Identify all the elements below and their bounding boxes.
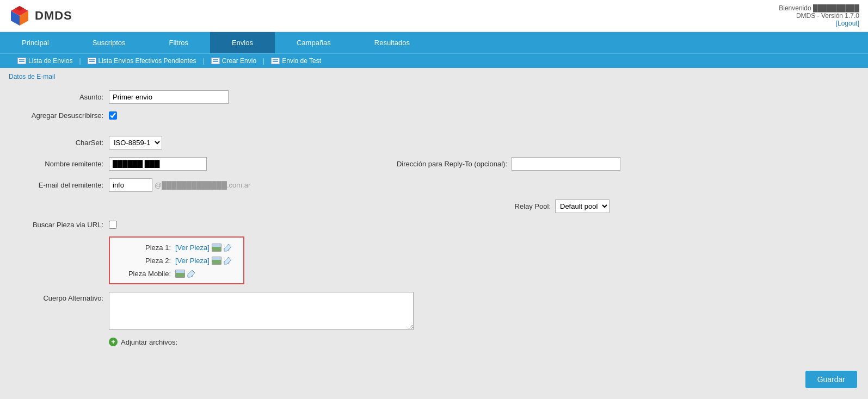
direccion-reply-input[interactable] — [512, 157, 620, 171]
nombre-left: Nombre remitente: — [11, 157, 207, 171]
pieza-mobile-edit-icon[interactable] — [187, 269, 196, 278]
pieza-mobile-photo-icon[interactable] — [175, 270, 185, 278]
main-nav: Principal Suscriptos Filtros Envios Camp… — [0, 32, 868, 53]
sub-lista-envios[interactable]: Lista de Envios — [11, 57, 79, 65]
form-section: Asunto: Agregar Desuscribirse: CharSet: … — [11, 90, 664, 346]
welcome-text: Bienvenido — [779, 4, 811, 12]
pieza1-row: Pieza 1: [Ver Pieza] — [121, 243, 232, 252]
agregar-desuscribirse-row: Agregar Desuscribirse: — [11, 111, 664, 120]
email-remitente-label: E-mail del remitente: — [11, 181, 109, 189]
pieza1-edit-icon[interactable] — [224, 243, 232, 252]
adjuntar-row: + Adjuntar archivos: — [11, 338, 664, 346]
pieza-mobile-label: Pieza Mobile: — [121, 270, 175, 278]
pieza2-photo-icon[interactable] — [212, 257, 221, 265]
svg-marker-6 — [224, 244, 231, 251]
nombre-right: Dirección para Reply-To (opcional): — [397, 157, 664, 171]
adjuntar-label: Adjuntar archivos: — [121, 338, 177, 346]
envelope-icon — [17, 58, 26, 64]
asunto-row: Asunto: — [11, 90, 664, 104]
attach-plus-icon[interactable]: + — [109, 338, 118, 346]
envelope-icon-4 — [271, 58, 280, 64]
cuerpo-alternativo-textarea[interactable] — [109, 292, 414, 330]
cuerpo-alternativo-row: Cuerpo Alternativo: — [11, 292, 664, 330]
sub-crear-envio[interactable]: Crear Envio — [205, 57, 263, 65]
relay-pool-select[interactable]: Default pool — [555, 200, 610, 213]
direccion-reply-label: Dirección para Reply-To (opcional): — [397, 160, 512, 168]
envelope-icon-3 — [211, 58, 220, 64]
email-domain: @█████████████.com.ar — [155, 181, 250, 189]
cuerpo-alternativo-label: Cuerpo Alternativo: — [11, 292, 109, 302]
agregar-desuscribirse-label: Agregar Desuscribirse: — [11, 111, 109, 120]
pieza-mobile-row: Pieza Mobile: — [121, 269, 232, 278]
attach-section: + Adjuntar archivos: — [109, 338, 177, 346]
agregar-desuscribirse-checkbox[interactable] — [109, 111, 117, 120]
logo: DMDS — [9, 5, 72, 27]
piezas-section-row: Pieza 1: [Ver Pieza] Pieza 2: — [11, 236, 664, 284]
pieza1-photo-icon[interactable] — [212, 244, 221, 252]
sub-nav: Lista de Envios | Lista Envios Efectivos… — [0, 53, 868, 68]
buscar-pieza-checkbox[interactable] — [109, 221, 117, 229]
piezas-box: Pieza 1: [Ver Pieza] Pieza 2: — [109, 236, 244, 284]
username: ██████████ — [813, 4, 859, 12]
pieza1-ver-link[interactable]: [Ver Pieza] — [175, 244, 210, 252]
header: DMDS Bienvenido ██████████ DMDS - Versió… — [0, 0, 868, 32]
pieza2-label: Pieza 2: — [121, 257, 175, 265]
charset-select[interactable]: ISO-8859-1 UTF-8 — [109, 136, 162, 149]
logout-link[interactable]: [Logout] — [836, 20, 859, 27]
relay-pool-label: Relay Pool: — [515, 202, 551, 210]
charset-row: CharSet: ISO-8859-1 UTF-8 — [11, 136, 664, 149]
asunto-label: Asunto: — [11, 93, 109, 101]
logo-text: DMDS — [35, 9, 72, 23]
buscar-pieza-row: Buscar Pieza via URL: — [11, 221, 664, 229]
charset-label: CharSet: — [11, 139, 109, 147]
logo-icon — [9, 5, 30, 27]
version-text: DMDS - Versión 1.7.0 — [796, 12, 859, 20]
svg-marker-9 — [224, 257, 231, 264]
breadcrumb-link[interactable]: Datos de E-mail — [9, 73, 55, 80]
nombre-remitente-input[interactable] — [109, 157, 207, 171]
svg-marker-12 — [188, 270, 195, 277]
nav-envios[interactable]: Envios — [210, 32, 275, 53]
sub-envio-test[interactable]: Envio de Test — [264, 57, 328, 65]
nombre-remitente-label: Nombre remitente: — [11, 160, 109, 168]
pieza1-label: Pieza 1: — [121, 244, 175, 252]
main-content: Asunto: Agregar Desuscribirse: CharSet: … — [0, 85, 868, 399]
pieza2-edit-icon[interactable] — [224, 256, 232, 265]
nav-filtros[interactable]: Filtros — [147, 32, 210, 53]
pieza2-row: Pieza 2: [Ver Pieza] — [121, 256, 232, 265]
sub-lista-efectivos[interactable]: Lista Envios Efectivos Pendientes — [81, 57, 203, 65]
nav-suscriptos[interactable]: Suscriptos — [71, 32, 147, 53]
guardar-button[interactable]: Guardar — [805, 371, 857, 388]
email-remitente-row: E-mail del remitente: @█████████████.com… — [11, 178, 664, 192]
nombre-remitente-row: Nombre remitente: Dirección para Reply-T… — [11, 157, 664, 171]
asunto-input[interactable] — [109, 90, 229, 104]
header-right: Bienvenido ██████████ DMDS - Versión 1.7… — [779, 4, 859, 27]
relay-pool-row: Relay Pool: Default pool — [11, 200, 664, 213]
pieza2-ver-link[interactable]: [Ver Pieza] — [175, 257, 210, 265]
nav-campanas[interactable]: Campañas — [275, 32, 353, 53]
nav-resultados[interactable]: Resultados — [353, 32, 432, 53]
email-remitente-prefix-input[interactable] — [109, 178, 152, 192]
envelope-icon-2 — [88, 58, 96, 64]
nav-principal[interactable]: Principal — [0, 32, 71, 53]
breadcrumb: Datos de E-mail — [0, 68, 868, 85]
buscar-pieza-label: Buscar Pieza via URL: — [11, 221, 109, 229]
